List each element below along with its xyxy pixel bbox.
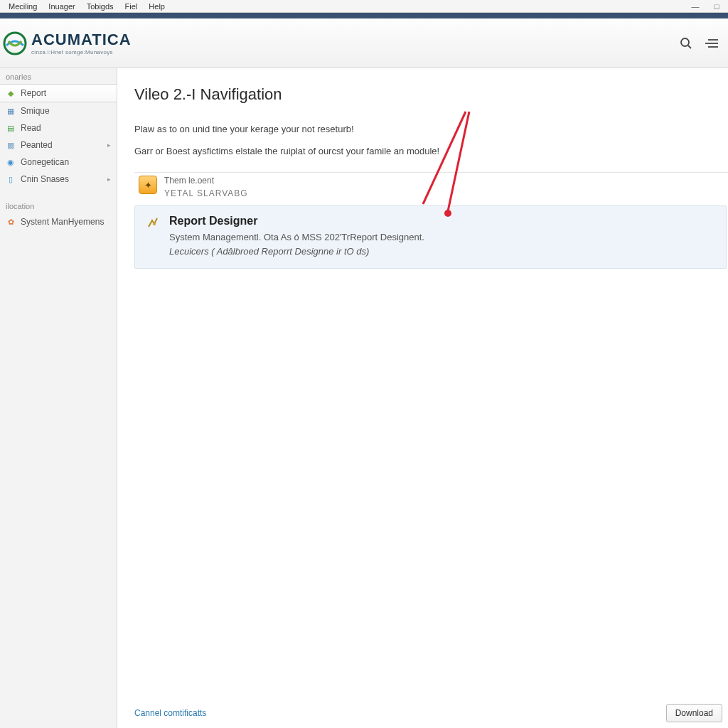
gear-icon: ✿ xyxy=(6,217,16,227)
result-line-2: Lecuicers ( Adâlbroed Reporrt Designne i… xyxy=(169,245,717,259)
minimize-icon[interactable]: — xyxy=(691,2,700,11)
module-icon: ▦ xyxy=(6,106,16,116)
result-title: Report Designer xyxy=(169,215,717,228)
menu-tobigds[interactable]: Tobigds xyxy=(81,2,119,11)
result-card-report-designer[interactable]: Report Designer System Managementl. Ota … xyxy=(134,205,727,269)
brand: ACUMATICA cinza l:Hnet somge:Munavoys xyxy=(3,31,132,55)
svg-line-2 xyxy=(688,46,691,48)
tool-badge-icon: ✦ xyxy=(139,176,157,194)
sidebar-item-label: Cnin Snases xyxy=(21,174,102,184)
sidebar-item-report[interactable]: ◆ Report xyxy=(0,84,117,102)
sidebar-section-2: ilocation xyxy=(0,198,117,213)
sidebar-item-peanted[interactable]: ▩ Peanted ▸ xyxy=(0,136,117,154)
svg-point-1 xyxy=(681,38,689,46)
sidebar-item-system-management[interactable]: ✿ Systent ManHyemens xyxy=(0,213,117,230)
sidebar-item-cnin-snases[interactable]: ▯ Cnin Snases ▸ xyxy=(0,171,117,188)
cancel-link[interactable]: Cannel comtificatts xyxy=(134,708,206,718)
menu-inuager[interactable]: Inuager xyxy=(43,2,80,11)
sidebar: onaries ◆ Report ▦ Smique ▤ Read ▩ Peant… xyxy=(0,68,117,728)
download-button[interactable]: Download xyxy=(666,704,722,722)
report-icon: ◆ xyxy=(6,88,16,98)
maximize-icon[interactable]: □ xyxy=(712,2,721,11)
sidebar-item-smique[interactable]: ▦ Smique xyxy=(0,102,117,119)
header: ACUMATICA cinza l:Hnet somge:Munavoys xyxy=(0,18,728,68)
menu-meciling[interactable]: Meciling xyxy=(3,2,43,11)
intro-text-2: Garr or Boest aysfictims elstale the rui… xyxy=(134,146,728,156)
top-stripe xyxy=(0,13,728,18)
sidebar-item-label: Peanted xyxy=(21,140,102,150)
body: onaries ◆ Report ▦ Smique ▤ Read ▩ Peant… xyxy=(0,68,728,728)
sidebar-item-label: Systent ManHyemens xyxy=(21,217,111,227)
chevron-right-icon: ▸ xyxy=(107,176,111,183)
section-header: ✦ Them le.oent YETAL SLARVABG xyxy=(134,172,728,205)
menu-fiel[interactable]: Fiel xyxy=(119,2,144,11)
intro-text-1: Plaw as to on unid tine your kerage your… xyxy=(134,124,728,134)
brand-subtitle: cinza l:Hnet somge:Munavoys xyxy=(31,49,132,55)
sidebar-item-label: Gonegetican xyxy=(21,157,111,167)
section-code: YETAL SLARVABG xyxy=(164,188,248,198)
sidebar-item-label: Read xyxy=(21,123,111,133)
grid-icon: ▩ xyxy=(6,140,16,150)
tool-icon xyxy=(146,216,159,229)
sidebar-item-label: Smique xyxy=(21,106,111,116)
sidebar-item-label: Report xyxy=(21,88,111,98)
window-controls: — □ xyxy=(691,2,725,11)
folder-icon: ▯ xyxy=(6,174,16,184)
menubar: Meciling Inuager Tobigds Fiel Help — □ xyxy=(0,0,728,13)
section-subtitle: Them le.oent xyxy=(164,176,248,186)
menu-help[interactable]: Help xyxy=(143,2,171,11)
sidebar-section-1: onaries xyxy=(0,68,117,84)
result-line-1: System Managementl. Ota As ó MSS 202'TrR… xyxy=(169,230,717,245)
sidebar-item-read[interactable]: ▤ Read xyxy=(0,119,117,136)
brand-logo-icon xyxy=(3,31,27,55)
sidebar-item-gonegetican[interactable]: ◉ Gonegetican xyxy=(0,154,117,171)
brand-title: ACUMATICA xyxy=(31,31,132,49)
search-icon[interactable] xyxy=(680,37,692,50)
chevron-right-icon: ▸ xyxy=(107,141,111,149)
doc-icon: ▤ xyxy=(6,123,16,133)
menu-list-icon[interactable] xyxy=(705,38,718,49)
footer: Cannel comtificatts Download xyxy=(134,704,722,722)
cube-icon: ◉ xyxy=(6,157,16,167)
page-title: Vileo 2.-I Navifigation xyxy=(134,85,728,104)
main-content: Vileo 2.-I Navifigation Plaw as to on un… xyxy=(117,68,728,728)
svg-point-6 xyxy=(153,223,156,225)
